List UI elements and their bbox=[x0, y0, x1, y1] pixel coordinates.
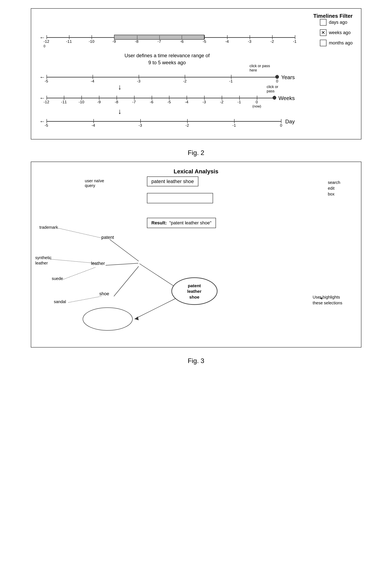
query-box-wrapper: patent leather shoe bbox=[147, 176, 199, 186]
shoe-word: shoe bbox=[99, 291, 109, 296]
patent-word: patent bbox=[101, 235, 114, 240]
svg-line-1 bbox=[50, 259, 95, 263]
months-label: months ago bbox=[329, 40, 353, 46]
click-pass-years-annotation: click or passhere bbox=[249, 64, 270, 72]
weeks-axis-2-container: -12 -11 -10 -9 -8 -7 -6 -5 -4 -3 -2 -1 0… bbox=[47, 94, 274, 102]
tick-label-minus9: -9 bbox=[112, 39, 116, 44]
highlights-arrow bbox=[320, 292, 344, 304]
svg-line-3 bbox=[68, 296, 101, 303]
tick-label-minus8: -8 bbox=[135, 39, 138, 44]
leather-word: leather bbox=[91, 261, 105, 266]
sandal-word: sandal bbox=[54, 299, 66, 304]
tick-label-minus2: -2 bbox=[271, 39, 274, 44]
result-label: Result: bbox=[152, 220, 167, 225]
svg-line-9 bbox=[134, 298, 176, 319]
day-section: ← -5 -4 -3 -2 -1 0 Day bbox=[39, 116, 295, 127]
day-axis-container: -5 -4 -3 -2 -1 0 bbox=[47, 117, 281, 126]
fig2-caption: Fig. 2 bbox=[188, 149, 204, 157]
tick-label-minus3: -3 bbox=[248, 39, 251, 44]
checkbox-days[interactable]: days ago bbox=[320, 19, 353, 26]
left-arrow-years: ← bbox=[39, 74, 45, 81]
result-box-wrapper: Result: "patent leather shoe" bbox=[147, 218, 216, 228]
weeks-label: weeks ago bbox=[329, 30, 351, 35]
tick-label-minus10: -10 bbox=[89, 39, 94, 44]
synthetic-leather-word: syntheticleather bbox=[35, 255, 52, 266]
days-label: days ago bbox=[329, 20, 347, 25]
weeks-axis-container: -120 -11 -10 -9 -8 -7 -6 -5 -4 -3 -2 -1 bbox=[47, 34, 295, 42]
tick-label-minus4: -4 bbox=[225, 39, 229, 44]
svg-marker-10 bbox=[134, 316, 139, 320]
oval-text: patentleathershoe bbox=[176, 283, 213, 300]
tick-label-minus7: -7 bbox=[157, 39, 161, 44]
checkboxes-area: days ago ✕ weeks ago months ago bbox=[320, 19, 353, 46]
checkbox-weeks[interactable]: ✕ weeks ago bbox=[320, 29, 353, 36]
query-box[interactable]: patent leather shoe bbox=[147, 176, 199, 186]
tick-label-minus12: -12 bbox=[44, 39, 49, 44]
years-label: Years bbox=[281, 74, 295, 81]
search-edit-label: searcheditbox bbox=[328, 180, 340, 197]
tick-label-minus11: -11 bbox=[66, 39, 72, 44]
weeks-dot bbox=[273, 96, 276, 100]
svg-line-4 bbox=[110, 239, 139, 261]
svg-line-0 bbox=[58, 228, 104, 238]
svg-marker-13 bbox=[320, 297, 322, 300]
search-edit-box[interactable] bbox=[147, 193, 213, 203]
tick-label-minus1: -1 bbox=[293, 39, 297, 44]
result-box: Result: "patent leather shoe" bbox=[147, 218, 216, 228]
fig3-title: Lexical Analysis bbox=[39, 168, 353, 175]
years-section: click or passhere ← -5 -4 -3 -2 -1 0 bbox=[39, 72, 295, 82]
result-text: "patent leather shoe" bbox=[169, 220, 211, 225]
svg-line-2 bbox=[62, 267, 95, 280]
suede-word: suede bbox=[52, 276, 63, 281]
figure-3-container: Lexical Analysis user naïvequery patent … bbox=[31, 162, 361, 348]
svg-line-6 bbox=[114, 266, 139, 296]
day-label: Day bbox=[285, 118, 295, 125]
days-checkbox[interactable] bbox=[320, 19, 326, 26]
left-arrow-day: ← bbox=[39, 118, 45, 125]
figure-2-container: Timelines Filter days ago ✕ weeks ago mo… bbox=[31, 8, 361, 140]
query-label: user naïvequery bbox=[85, 178, 104, 188]
years-dot bbox=[275, 75, 279, 79]
checkbox-months[interactable]: months ago bbox=[320, 40, 353, 46]
now-label: (now) bbox=[252, 104, 261, 108]
fig3-caption: Fig. 3 bbox=[188, 357, 204, 365]
trademark-word: trademark bbox=[39, 225, 58, 230]
down-arrow-2: ↓ bbox=[118, 108, 295, 115]
search-edit-box-wrapper bbox=[147, 193, 213, 204]
svg-line-7 bbox=[140, 264, 180, 290]
lexical-diagram-svg bbox=[31, 162, 361, 347]
svg-point-8 bbox=[83, 308, 132, 330]
weeks-checkbox[interactable]: ✕ bbox=[320, 29, 326, 36]
svg-line-5 bbox=[106, 263, 138, 265]
tick-label-minus5: -5 bbox=[203, 39, 206, 44]
months-checkbox[interactable] bbox=[320, 40, 326, 46]
tick-label-minus6: -6 bbox=[180, 39, 184, 44]
years-axis-container: -5 -4 -3 -2 -1 0 bbox=[47, 73, 277, 82]
weeks-axis-section: click orpass ← bbox=[39, 92, 295, 104]
fig2-title: Timelines Filter bbox=[313, 13, 353, 19]
weeks-label-2: Weeks bbox=[279, 95, 295, 101]
weeks-slider-section: ← bbox=[39, 31, 295, 44]
